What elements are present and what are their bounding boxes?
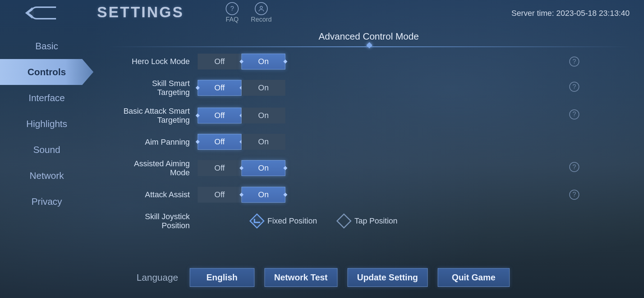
svg-point-0 (260, 6, 263, 9)
toggle-option-on[interactable]: On (242, 108, 285, 123)
setting-label: Assisted AimingMode (108, 159, 198, 177)
sidebar-item-network[interactable]: Network (0, 163, 93, 189)
faq-label: FAQ (226, 16, 239, 23)
setting-label: Skill JoystickPosition (108, 212, 198, 230)
radio-option[interactable]: Fixed Position (252, 216, 317, 226)
diamond-checkbox-icon (336, 213, 351, 229)
setting-label: Attack Assist (108, 190, 198, 199)
faq-icon: ? (226, 2, 239, 15)
main-panel: Advanced Control Mode Hero Lock ModeOffO… (108, 29, 630, 258)
toggle: OffOn (198, 54, 285, 69)
diamond-checkbox-icon (249, 213, 264, 229)
toggle-option-off[interactable]: Off (198, 80, 242, 96)
toggle: OffOn (198, 134, 285, 150)
setting-row: Assisted AimingModeOffOn? (108, 159, 630, 177)
toggle-option-off[interactable]: Off (198, 134, 242, 150)
sidebar-item-interface[interactable]: Interface (0, 85, 93, 111)
record-label: Record (251, 16, 272, 23)
divider-ornament-icon (366, 42, 372, 48)
setting-row: Skill SmartTargetingOffOn? (108, 79, 630, 97)
help-icon[interactable]: ? (569, 57, 579, 67)
toggle-option-on[interactable]: On (242, 134, 285, 150)
toggle-option-off[interactable]: Off (198, 54, 242, 69)
footer: Language English Network Test Update Set… (0, 265, 644, 290)
section-title: Advanced Control Mode (108, 29, 630, 47)
back-button[interactable] (14, 4, 72, 22)
radio-group: Fixed PositionTap Position (252, 216, 397, 226)
radio-label: Fixed Position (267, 216, 317, 226)
toggle-option-off[interactable]: Off (198, 187, 242, 203)
network-test-button[interactable]: Network Test (264, 268, 337, 287)
sidebar-item-sound[interactable]: Sound (0, 137, 93, 163)
setting-row: Basic Attack SmartTargetingOffOn? (108, 107, 630, 125)
radio-label: Tap Position (354, 216, 397, 226)
sidebar-item-basic[interactable]: Basic (0, 33, 93, 59)
toggle: OffOn (198, 160, 285, 176)
help-icon[interactable]: ? (569, 162, 579, 172)
help-icon[interactable]: ? (569, 190, 579, 200)
sidebar-item-privacy[interactable]: Privacy (0, 189, 93, 215)
page-title: SETTINGS (97, 4, 184, 21)
header: SETTINGS ? FAQ Record Server time: 2023-… (0, 0, 644, 29)
sidebar-item-controls[interactable]: Controls (0, 59, 93, 85)
toggle-option-on[interactable]: On (242, 80, 285, 96)
record-button[interactable]: Record (251, 2, 272, 23)
toggle-option-off[interactable]: Off (198, 160, 242, 176)
quit-game-button[interactable]: Quit Game (438, 268, 510, 287)
back-arrow-icon (30, 6, 56, 19)
language-button[interactable]: English (190, 268, 254, 287)
setting-row: Hero Lock ModeOffOn? (108, 54, 630, 69)
toggle: OffOn (198, 108, 285, 123)
help-icon[interactable]: ? (569, 109, 579, 119)
help-icon[interactable]: ? (569, 82, 579, 92)
record-icon (255, 2, 268, 15)
setting-label: Skill SmartTargeting (108, 79, 198, 97)
sidebar: BasicControlsInterfaceHighlightsSoundNet… (0, 33, 93, 215)
setting-label: Basic Attack SmartTargeting (108, 107, 198, 125)
setting-row: Aim PanningOffOn (108, 134, 630, 150)
setting-label: Hero Lock Mode (108, 57, 198, 66)
toggle-option-on[interactable]: On (242, 54, 285, 69)
toggle-option-off[interactable]: Off (198, 108, 242, 123)
toggle: OffOn (198, 187, 285, 203)
faq-button[interactable]: ? FAQ (226, 2, 239, 23)
setting-row: Attack AssistOffOn? (108, 187, 630, 203)
radio-option[interactable]: Tap Position (339, 216, 397, 226)
sidebar-item-highlights[interactable]: Highlights (0, 111, 93, 137)
language-label: Language (137, 272, 178, 283)
server-time: Server time: 2023-05-18 23:13:40 (511, 9, 630, 18)
header-icons: ? FAQ Record (226, 2, 272, 23)
toggle-option-on[interactable]: On (242, 160, 285, 176)
settings-rows: Hero Lock ModeOffOn?Skill SmartTargeting… (108, 54, 630, 230)
toggle: OffOn (198, 80, 285, 96)
setting-label: Aim Panning (108, 137, 198, 146)
update-setting-button[interactable]: Update Setting (348, 268, 428, 287)
setting-row-radio: Skill JoystickPositionFixed PositionTap … (108, 212, 630, 230)
toggle-option-on[interactable]: On (242, 187, 285, 203)
